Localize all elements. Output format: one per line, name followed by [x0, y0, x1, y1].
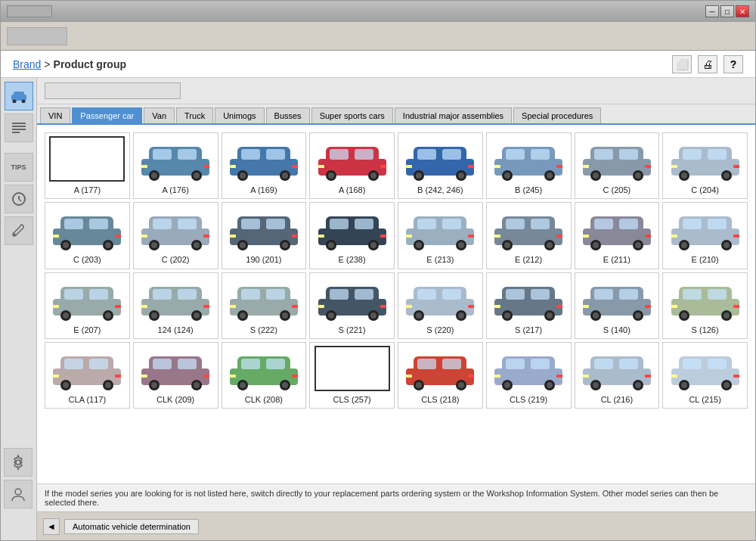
title-bar-left [7, 5, 52, 17]
svg-rect-170 [53, 305, 59, 308]
svg-rect-171 [115, 305, 121, 308]
svg-rect-14 [153, 149, 172, 160]
svg-rect-290 [494, 375, 500, 378]
sidebar-item-settings[interactable] [4, 448, 33, 477]
svg-rect-301 [645, 375, 651, 378]
car-cell-124124[interactable]: 124 (124) [133, 272, 218, 339]
sidebar-item-service[interactable] [5, 185, 33, 213]
auto-determination-button[interactable]: Automatic vehicle determination [64, 519, 199, 534]
back-arrow-button[interactable]: ◄ [43, 518, 60, 535]
car-cell-b245[interactable]: B (245) [486, 132, 572, 199]
car-cell-s222[interactable]: S (222) [222, 272, 307, 339]
svg-rect-215 [531, 289, 550, 300]
close-button[interactable]: ✕ [736, 5, 749, 17]
car-label: CL (215) [689, 394, 720, 405]
car-placeholder [314, 346, 390, 391]
svg-rect-240 [671, 305, 677, 308]
svg-rect-60 [494, 165, 500, 168]
svg-point-237 [681, 312, 687, 319]
svg-rect-101 [203, 235, 209, 238]
car-cell-s220[interactable]: S (220) [398, 272, 483, 339]
car-placeholder [49, 136, 125, 182]
car-cell-s126[interactable]: S (126) [662, 272, 748, 339]
tab-truck[interactable]: Truck [176, 107, 213, 123]
svg-rect-55 [531, 149, 550, 160]
car-cell-s140[interactable]: S (140) [575, 272, 660, 339]
minimize-button[interactable]: ─ [705, 5, 719, 17]
svg-point-39 [370, 173, 376, 179]
car-label: CLS (257) [333, 394, 371, 405]
tab-super-sports-cars[interactable]: Super sports cars [311, 107, 393, 123]
car-cell-cls218[interactable]: CLS (218) [398, 342, 483, 409]
print-button[interactable]: 🖨 [698, 55, 717, 73]
tab-passenger-car[interactable]: Passenger car [72, 107, 142, 123]
tab-vin[interactable]: VIN [40, 107, 70, 123]
car-image [226, 136, 302, 182]
car-cell-s221[interactable]: S (221) [309, 272, 395, 339]
window-icon-button[interactable]: ⬜ [672, 55, 692, 73]
tab-special[interactable]: Special procedures [513, 107, 601, 123]
car-cell-cls219[interactable]: CLS (219) [486, 342, 572, 409]
brand-link[interactable]: Brand [13, 58, 41, 70]
svg-rect-94 [153, 219, 172, 229]
car-cell-e212[interactable]: E (212) [486, 202, 572, 269]
search-input[interactable] [45, 82, 181, 99]
sidebar-item-car[interactable] [5, 82, 33, 110]
sidebar-item-wrench[interactable] [5, 216, 33, 245]
car-cell-c204[interactable]: C (204) [662, 132, 748, 199]
car-cell-c202[interactable]: C (202) [133, 202, 218, 269]
car-cell-a177[interactable]: A (177) [45, 132, 130, 199]
svg-rect-305 [708, 359, 727, 369]
help-button[interactable]: ? [723, 55, 743, 73]
tab-busses[interactable]: Busses [266, 107, 310, 123]
tab-industrial[interactable]: Industrial major assemblies [395, 107, 512, 123]
car-cell-a168[interactable]: A (168) [309, 132, 395, 199]
svg-rect-185 [266, 289, 285, 300]
car-cell-c203[interactable]: C (203) [45, 202, 130, 269]
main-area: TIPS [1, 78, 755, 540]
car-cell-e238[interactable]: E (238) [309, 202, 395, 269]
car-cell-190201[interactable]: 190 (201) [222, 202, 307, 269]
svg-rect-144 [594, 219, 613, 229]
breadcrumb-current: Product group [54, 58, 126, 70]
tab-unimogs[interactable]: Unimogs [215, 107, 264, 123]
svg-point-149 [635, 242, 641, 248]
svg-point-277 [416, 382, 422, 388]
car-cell-e211[interactable]: E (211) [575, 202, 660, 269]
car-label: CLS (219) [510, 394, 547, 405]
car-cell-a176[interactable]: A (176) [133, 132, 218, 199]
sidebar-item-user[interactable] [4, 480, 33, 508]
svg-rect-75 [708, 149, 727, 160]
svg-point-89 [105, 242, 111, 248]
car-image [402, 136, 478, 182]
sidebar-item-tips[interactable]: TIPS [5, 153, 33, 182]
maximize-button[interactable]: □ [720, 5, 734, 17]
svg-point-199 [370, 312, 376, 319]
car-cell-e210[interactable]: E (210) [662, 202, 748, 269]
svg-rect-165 [89, 289, 108, 300]
svg-point-287 [504, 382, 510, 388]
car-cell-clk208[interactable]: CLK (208) [222, 342, 307, 409]
tab-van[interactable]: Van [144, 107, 175, 123]
car-cell-cls257[interactable]: CLS (257) [309, 342, 395, 409]
car-cell-a169[interactable]: A (169) [222, 132, 307, 199]
svg-rect-115 [355, 219, 373, 229]
svg-point-307 [681, 382, 687, 388]
car-cell-s217[interactable]: S (217) [486, 272, 572, 339]
svg-rect-294 [594, 359, 613, 369]
car-cell-cl215[interactable]: CL (215) [662, 342, 748, 409]
sidebar-item-list[interactable] [5, 113, 33, 142]
main-window: ─ □ ✕ Brand > Product group ⬜ 🖨 ? [0, 0, 756, 541]
car-cell-e207[interactable]: E (207) [45, 272, 130, 339]
svg-rect-160 [671, 235, 677, 238]
car-cell-b242[interactable]: B (242, 246) [398, 132, 483, 199]
svg-rect-180 [141, 305, 147, 308]
car-label: S (217) [515, 325, 542, 335]
car-cell-clk209[interactable]: CLK (209) [133, 342, 218, 409]
car-cell-cl216[interactable]: CL (216) [575, 342, 660, 409]
svg-point-29 [282, 173, 288, 179]
svg-point-197 [328, 312, 334, 319]
car-cell-e213[interactable]: E (213) [398, 202, 483, 269]
car-cell-c205[interactable]: C (205) [575, 132, 660, 199]
car-cell-cla117[interactable]: CLA (117) [45, 342, 130, 409]
